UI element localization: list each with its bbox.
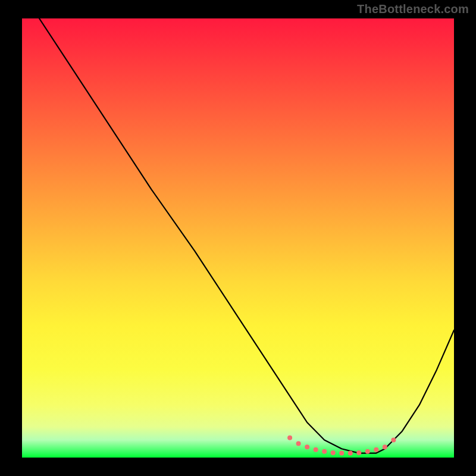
- trough-dot: [391, 438, 396, 443]
- trough-dot: [287, 436, 292, 440]
- trough-dot: [356, 450, 361, 455]
- trough-dot: [365, 449, 370, 454]
- trough-dot: [314, 447, 318, 452]
- chart-frame: TheBottleneck.com: [0, 0, 476, 476]
- watermark-text: TheBottleneck.com: [357, 2, 469, 16]
- trough-dot: [305, 444, 309, 449]
- trough-dot: [339, 451, 344, 456]
- trough-dot: [348, 451, 353, 456]
- trough-dot: [374, 447, 378, 452]
- trough-dot: [322, 449, 327, 454]
- plot-area: [22, 18, 454, 458]
- trough-dot: [383, 444, 387, 449]
- trough-dot: [296, 441, 301, 446]
- curve-path: [39, 18, 454, 453]
- trough-dot: [331, 450, 336, 455]
- trough-markers: [287, 436, 396, 456]
- chart-svg: [22, 18, 454, 458]
